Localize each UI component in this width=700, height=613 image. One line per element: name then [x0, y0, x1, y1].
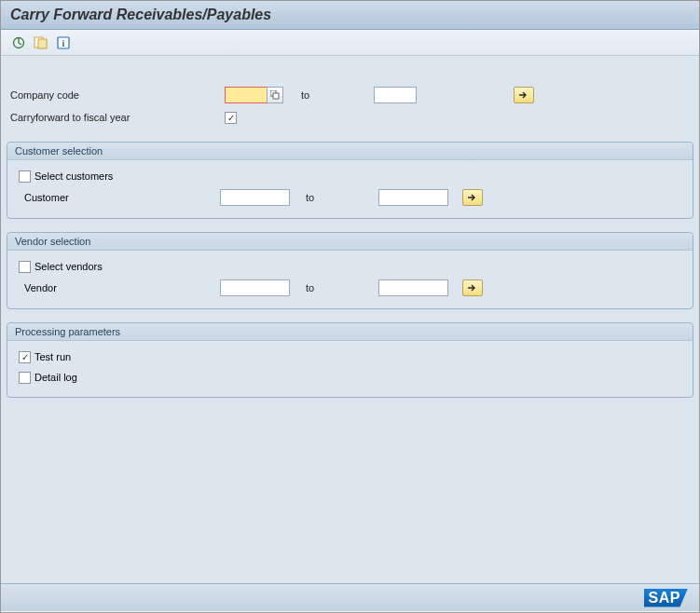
- customer-to-input[interactable]: [378, 189, 448, 206]
- customer-field-label: Customer: [19, 192, 220, 203]
- customer-to-label: to: [304, 192, 378, 203]
- fiscal-year-checkbox[interactable]: ✓: [225, 112, 237, 124]
- page-title: Carry Forward Receivables/Payables: [1, 1, 699, 30]
- customer-selection-group: Customer selection Select customers Cust…: [7, 142, 693, 219]
- company-code-label: Company code: [10, 89, 225, 101]
- detail-log-checkbox[interactable]: [19, 372, 31, 384]
- vendor-field-label: Vendor: [19, 282, 220, 293]
- info-icon[interactable]: i: [55, 34, 72, 51]
- processing-parameters-group: Processing parameters ✓ Test run Detail …: [7, 322, 693, 398]
- svg-text:i: i: [62, 38, 65, 48]
- test-run-label: Test run: [34, 351, 71, 362]
- vendor-multi-button[interactable]: [462, 279, 483, 296]
- vendor-to-input[interactable]: [378, 279, 448, 296]
- company-code-to-input[interactable]: [374, 87, 417, 103]
- svg-rect-6: [273, 93, 279, 99]
- company-code-from-input[interactable]: [225, 87, 268, 103]
- company-code-f4-button[interactable]: [267, 87, 283, 103]
- company-code-to-label: to: [299, 89, 374, 101]
- vendor-selection-title: Vendor selection: [7, 233, 693, 251]
- vendor-selection-group: Vendor selection Select vendors Vendor t…: [7, 232, 693, 309]
- customer-from-input[interactable]: [220, 189, 290, 206]
- select-vendors-label: Select vendors: [34, 261, 103, 272]
- toolbar: i: [1, 30, 699, 56]
- select-customers-checkbox[interactable]: [19, 170, 31, 183]
- processing-parameters-title: Processing parameters: [7, 323, 693, 341]
- content-area: Company code to Carryforward to fiscal y…: [1, 56, 699, 611]
- svg-rect-2: [38, 39, 47, 48]
- sap-logo: SAP: [644, 589, 688, 607]
- customer-selection-title: Customer selection: [7, 143, 693, 160]
- execute-icon[interactable]: [10, 34, 27, 51]
- fiscal-year-label: Carryforward to fiscal year: [10, 112, 225, 123]
- customer-multi-button[interactable]: [462, 189, 483, 206]
- vendor-from-input[interactable]: [220, 279, 290, 296]
- variant-icon[interactable]: [33, 34, 49, 51]
- select-vendors-checkbox[interactable]: [19, 261, 31, 273]
- test-run-checkbox[interactable]: ✓: [19, 351, 31, 363]
- detail-log-label: Detail log: [34, 372, 77, 383]
- select-customers-label: Select customers: [34, 170, 113, 182]
- footer-bar: SAP: [1, 583, 699, 611]
- company-code-multi-button[interactable]: [514, 87, 534, 103]
- vendor-to-label: to: [304, 282, 378, 293]
